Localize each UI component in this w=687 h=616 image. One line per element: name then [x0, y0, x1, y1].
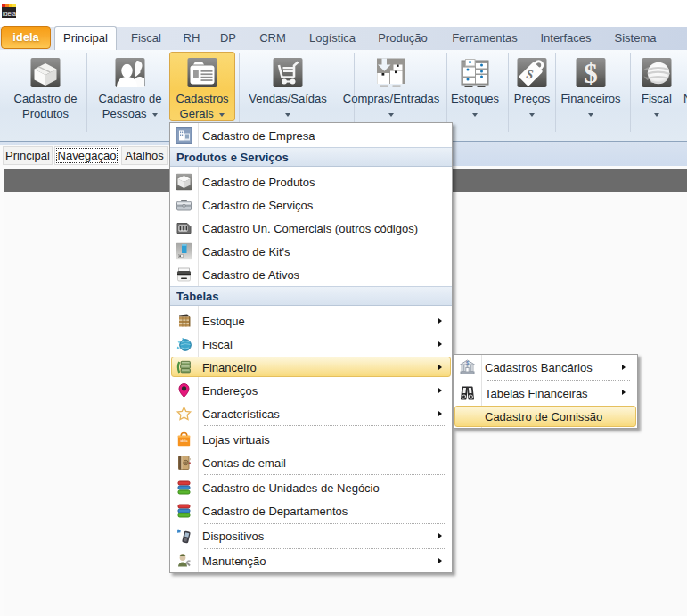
svg-text:$: $ — [584, 58, 598, 87]
svg-text:idela: idela — [180, 439, 188, 443]
